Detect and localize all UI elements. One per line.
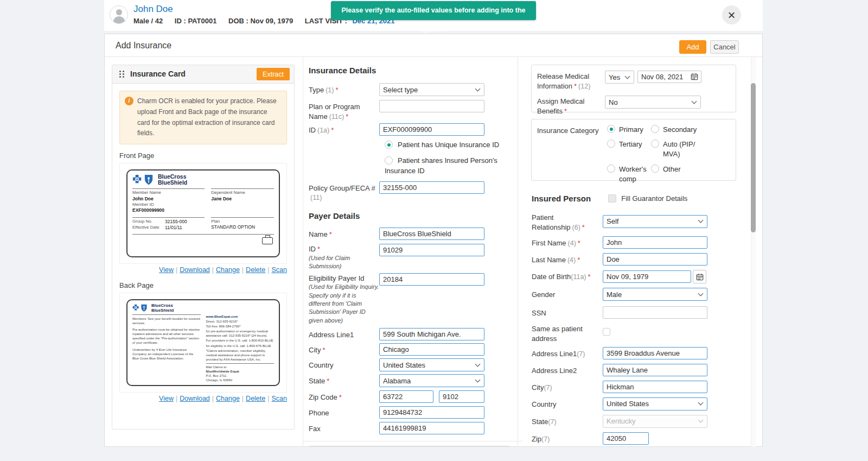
insurance-id-input[interactable] — [379, 123, 484, 136]
payer-phone-input[interactable] — [379, 406, 484, 419]
unique-id-radio-option[interactable]: Patient has Unique Insurance ID — [385, 140, 501, 150]
insured-city-input[interactable] — [603, 381, 707, 393]
shared-id-radio-option[interactable]: Patient shares Insured Person's Insuranc… — [385, 155, 501, 176]
payer-id-input[interactable] — [379, 244, 484, 256]
payer-zip-ext-input[interactable] — [439, 390, 484, 403]
patient-relationship-select[interactable]: Self — [603, 215, 707, 228]
payer-address1-label: Address Line1 — [309, 328, 379, 340]
payer-city-input[interactable] — [379, 343, 484, 356]
payer-state-label: State* — [309, 374, 379, 387]
extract-button[interactable]: Extract — [257, 68, 290, 80]
category-other-option[interactable]: Other — [651, 165, 701, 184]
category-secondary-option[interactable]: Secondary — [651, 125, 701, 135]
insured-address2-input[interactable] — [603, 364, 707, 376]
close-icon[interactable]: × — [722, 5, 741, 24]
release-medical-info-select[interactable]: Yes — [605, 71, 634, 84]
payer-name-input[interactable] — [379, 228, 484, 240]
add-button[interactable]: Add — [679, 40, 706, 54]
secondary-radio[interactable] — [651, 125, 659, 133]
plan-value: STANDARD OPTION — [211, 224, 274, 230]
separator: | — [212, 266, 214, 274]
view-link[interactable]: View — [159, 266, 174, 274]
auto-radio[interactable] — [651, 140, 659, 148]
category-primary-option[interactable]: Primary — [607, 125, 651, 135]
ssn-label: SSN — [521, 306, 603, 319]
separator: | — [267, 266, 269, 274]
bcbs-logo-icon — [132, 174, 155, 186]
plan-label: Plan — [211, 219, 274, 224]
assign-benefits-select[interactable]: No — [605, 96, 701, 109]
separator: | — [176, 266, 177, 274]
workers-comp-radio[interactable] — [607, 165, 615, 173]
delete-link[interactable]: Delete — [246, 266, 265, 274]
category-workers-comp-option[interactable]: Worker's comp — [607, 165, 649, 184]
unique-id-radio[interactable] — [385, 141, 393, 149]
payer-country-select[interactable]: United States — [379, 358, 484, 371]
shared-id-radio[interactable] — [385, 156, 393, 165]
other-radio[interactable] — [651, 165, 659, 173]
page-title: Add Insurance — [116, 41, 171, 50]
same-address-checkbox[interactable] — [603, 328, 610, 336]
insurance-card-front-image: BlueCross BlueShield Member Name John Do… — [119, 163, 287, 264]
separator: | — [242, 395, 244, 402]
separator: | — [242, 266, 244, 274]
download-link[interactable]: Download — [180, 395, 210, 402]
fill-guarantor-checkbox[interactable] — [608, 194, 616, 203]
front-page-label: Front Page — [119, 151, 294, 160]
change-link[interactable]: Change — [216, 266, 240, 274]
insured-address1-label: Address Line1(7) — [521, 347, 603, 359]
drag-handle-icon[interactable] — [119, 71, 125, 79]
category-auto-option[interactable]: Auto (PIP/ MVA) — [651, 140, 701, 159]
payer-address1-input[interactable] — [379, 328, 484, 340]
plan-name-input[interactable] — [379, 100, 484, 112]
download-link[interactable]: Download — [180, 266, 210, 274]
column-divider — [518, 57, 518, 447]
chevron-down-icon — [698, 418, 704, 423]
back-page-label: Back Page — [119, 281, 294, 289]
eligibility-payer-id-input[interactable] — [379, 273, 484, 286]
scan-link[interactable]: Scan — [272, 266, 288, 274]
modal-body: Insurance Card Extract i Charm OCR is en… — [105, 57, 762, 447]
last-name-input[interactable] — [603, 253, 707, 266]
delete-link[interactable]: Delete — [246, 395, 265, 402]
payer-zip-label: Zip Code* — [309, 390, 379, 403]
insured-city-label: City(7) — [521, 381, 603, 393]
gender-select[interactable]: Male — [603, 288, 707, 301]
first-name-input[interactable] — [603, 236, 707, 249]
info-icon: i — [125, 97, 133, 105]
type-select[interactable]: Select type — [379, 83, 484, 96]
scrollbar-thumb[interactable] — [751, 83, 756, 232]
payer-name-label: Name* — [309, 228, 379, 240]
payer-zip-input[interactable] — [379, 390, 433, 403]
patient-name-link[interactable]: John Doe — [133, 4, 173, 15]
insured-address1-input[interactable] — [603, 347, 707, 359]
cancel-button[interactable]: Cancel — [710, 40, 739, 54]
view-link[interactable]: View — [159, 395, 174, 402]
insured-person-heading: Insured Person — [532, 194, 591, 203]
payer-fax-input[interactable] — [379, 422, 484, 434]
tertiary-radio[interactable] — [607, 140, 615, 148]
patient-avatar-icon — [110, 5, 128, 24]
policy-group-input[interactable] — [379, 181, 484, 194]
insured-state-select: Kentucky — [603, 415, 707, 428]
type-label: Type(1)* — [309, 83, 379, 96]
assign-benefits-label: Assign Medical Benefits* — [537, 96, 605, 116]
change-link[interactable]: Change — [216, 395, 240, 402]
brand-line2: BlueShield — [158, 180, 187, 186]
primary-radio[interactable] — [607, 125, 615, 133]
separator: | — [176, 395, 177, 402]
calendar-icon[interactable] — [691, 73, 698, 83]
insured-zip-input[interactable] — [603, 432, 649, 445]
column-divider — [303, 57, 303, 447]
scan-link[interactable]: Scan — [272, 395, 288, 402]
payer-city-label: City* — [309, 343, 379, 356]
insured-country-label: Country — [521, 397, 603, 411]
ssn-input[interactable] — [603, 306, 707, 319]
separator: | — [267, 395, 269, 402]
payer-state-select[interactable]: Alabama — [379, 374, 484, 387]
dob-input[interactable] — [603, 270, 691, 283]
category-tertiary-option[interactable]: Tertiary — [607, 140, 651, 159]
calendar-icon[interactable] — [693, 270, 706, 283]
insured-country-select[interactable]: United States — [603, 397, 707, 411]
insurance-card-title: Insurance Card — [130, 70, 186, 78]
